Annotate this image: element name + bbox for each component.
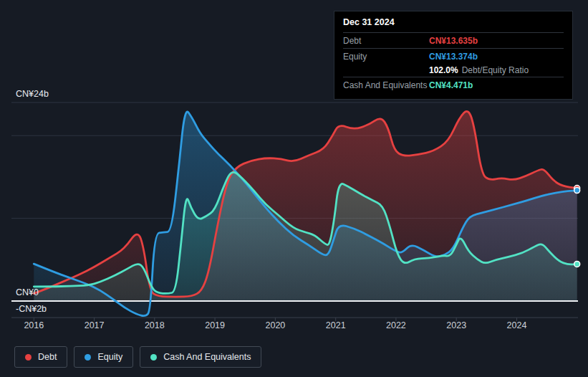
x-axis-label-2020: 2020	[254, 320, 297, 330]
end-dot-cash-and-equivalents	[574, 261, 580, 267]
y-axis-label-0b: CN¥0	[16, 287, 39, 297]
legend-label-debt: Debt	[38, 352, 57, 362]
legend-item-equity[interactable]: Equity	[74, 346, 133, 368]
tooltip-ratio-row: 102.0%Debt/Equity Ratio	[343, 64, 564, 77]
tooltip-ratio-label: Debt/Equity Ratio	[462, 65, 529, 75]
debt-equity-history-chart: CN¥24bCN¥0-CN¥2b 20162017201820192020202…	[0, 0, 588, 377]
x-axis-label-2023: 2023	[435, 320, 478, 330]
legend-label-cash: Cash And Equivalents	[163, 352, 251, 362]
x-axis-label-2017: 2017	[73, 320, 116, 330]
y-axis-label-24b: CN¥24b	[16, 89, 49, 99]
equity-series-dot-icon	[85, 354, 91, 361]
chart-legend: Debt Equity Cash And Equivalents	[14, 346, 261, 368]
debt-series-dot-icon	[25, 354, 32, 361]
tooltip-equity-value: CN¥13.374b	[429, 52, 478, 62]
tooltip-debt-label: Debt	[343, 36, 429, 46]
x-axis-label-2019: 2019	[193, 320, 236, 330]
legend-item-cash[interactable]: Cash And Equivalents	[140, 346, 261, 368]
tooltip-equity-row: Equity CN¥13.374b	[343, 48, 564, 64]
tooltip-cash-value: CN¥4.471b	[429, 80, 473, 90]
tooltip-cash-label: Cash And Equivalents	[343, 80, 429, 90]
x-axis-label-2021: 2021	[314, 320, 357, 330]
cash-series-dot-icon	[150, 354, 157, 361]
legend-item-debt[interactable]: Debt	[14, 346, 67, 368]
tooltip-equity-label: Equity	[343, 52, 429, 62]
legend-label-equity: Equity	[97, 352, 122, 362]
tooltip-cash-row: Cash And Equivalents CN¥4.471b	[343, 77, 564, 95]
chart-tooltip: Dec 31 2024 Debt CN¥13.635b Equity CN¥13…	[334, 11, 573, 100]
tooltip-debt-row: Debt CN¥13.635b	[343, 32, 564, 48]
x-axis-label-2018: 2018	[133, 320, 176, 330]
tooltip-ratio-value: 102.0%	[429, 65, 458, 75]
x-axis-label-2016: 2016	[12, 320, 55, 330]
tooltip-date: Dec 31 2024	[343, 11, 564, 32]
x-axis-label-2024: 2024	[496, 320, 539, 330]
tooltip-debt-value: CN¥13.635b	[429, 36, 478, 46]
end-dot-equity	[574, 188, 580, 194]
x-axis-label-2022: 2022	[375, 320, 418, 330]
y-axis-label--2b: -CN¥2b	[16, 304, 47, 314]
